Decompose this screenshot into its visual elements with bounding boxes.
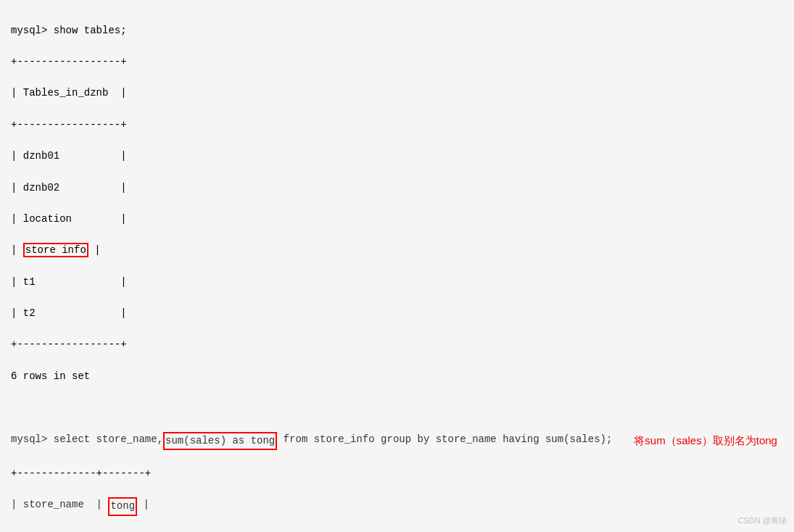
line-row6: | t2 | [11,306,783,322]
line-row4: | store info | [11,243,783,259]
select1-pre: mysql> select store_name, [11,432,163,448]
tong-highlight: tong [108,497,137,516]
line-blank1 [11,400,783,416]
line-count1: 6 rows in set [11,369,783,385]
select1-row: mysql> select store_name,sum(sales) as t… [11,432,783,451]
alias-annotation: 将sum（sales）取别名为tong [634,432,777,449]
line-row5: | t1 | [11,275,783,291]
line-sep4: +-------------+-------+ [11,466,783,482]
col-header-pre: | store_name | [11,497,108,513]
line-row3: | location | [11,212,783,228]
store-info-highlight: store info [23,243,88,257]
line-sep2: +-----------------+ [11,117,783,133]
line-header: | Tables_in_dznb | [11,86,783,101]
sum-sales-tong-highlight: sum(sales) as tong [163,432,277,451]
col-header-row: | store_name | tong | [11,497,783,516]
terminal-table1: +-------------+-------+ [11,450,783,497]
terminal-output: mysql> show tables; +-----------------+ … [11,7,783,432]
col-header-post: | [137,497,149,513]
line-sep3: +-----------------+ [11,337,783,353]
line-show-tables: mysql> show tables; [11,23,783,39]
line-sep1: +-----------------+ [11,54,783,70]
line-row2: | dznb02 | [11,180,783,196]
watermark: CSDN @将绿 [738,515,787,526]
line-row1: | dznb01 | [11,149,783,165]
terminal-table1b: +-------------+-------+ [11,516,783,532]
select1-post: from store_info group by store_name havi… [277,432,612,448]
